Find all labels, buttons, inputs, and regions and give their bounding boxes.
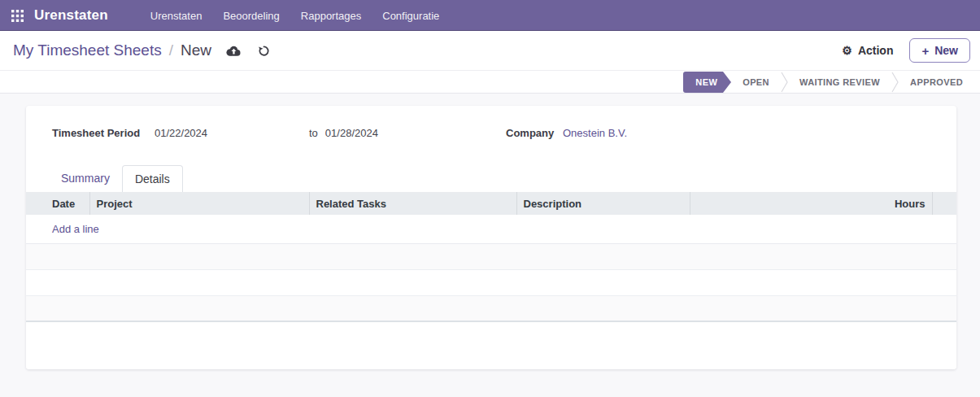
period-to-input[interactable]: 01/28/2024 [325, 127, 378, 139]
save-indicators [225, 45, 270, 57]
empty-row [26, 269, 956, 295]
period-from-input[interactable]: 01/22/2024 [155, 127, 309, 139]
action-label: Action [858, 44, 894, 57]
status-open[interactable]: OPEN [734, 77, 777, 87]
company-label: Company [506, 127, 563, 139]
nav-item-urenstaten[interactable]: Urenstaten [150, 10, 203, 22]
notebook-tabs: Summary Details [26, 165, 956, 192]
control-panel: My Timesheet Sheets / New [0, 31, 980, 71]
apps-grid-icon[interactable] [11, 10, 24, 22]
to-label: to [309, 127, 318, 139]
form-view: Timesheet Period 01/22/2024 to 01/28/202… [0, 94, 980, 369]
nav-item-configuratie[interactable]: Configuratie [382, 10, 439, 22]
add-a-line-link[interactable]: Add a line [52, 223, 99, 235]
status-waiting-review[interactable]: WAITING REVIEW [791, 77, 888, 87]
col-description: Description [516, 192, 690, 215]
col-date: Date [26, 192, 89, 215]
breadcrumb-parent[interactable]: My Timesheet Sheets [13, 41, 162, 59]
col-actions [932, 192, 956, 215]
discard-undo-icon[interactable] [258, 45, 270, 57]
status-new-active[interactable]: NEW [683, 72, 723, 93]
nav-item-rapportages[interactable]: Rapportages [301, 10, 361, 22]
empty-row [26, 295, 956, 321]
new-button-label: New [934, 44, 958, 57]
timesheet-period-field: Timesheet Period 01/22/2024 to 01/28/202… [52, 127, 506, 139]
nav-item-beoordeling[interactable]: Beoordeling [223, 10, 279, 22]
status-approved[interactable]: APPROVED [902, 77, 971, 87]
tab-summary[interactable]: Summary [49, 165, 122, 192]
col-project: Project [89, 192, 309, 215]
sheet-footer [26, 322, 956, 369]
add-line-row: Add a line [26, 215, 956, 243]
top-navbar: Urenstaten Urenstaten Beoordeling Rappor… [0, 0, 980, 31]
col-related-tasks: Related Tasks [309, 192, 516, 215]
col-hours: Hours [690, 192, 932, 215]
new-button[interactable]: + New [909, 38, 970, 63]
company-field: Company Onestein B.V. [506, 127, 627, 139]
timesheet-lines-table: Date Project Related Tasks Description H… [26, 192, 956, 322]
app-name[interactable]: Urenstaten [34, 7, 108, 24]
status-label: NEW [695, 77, 717, 87]
tab-details[interactable]: Details [122, 165, 183, 192]
breadcrumb-current: New [181, 41, 211, 59]
statusbar: NEW OPEN WAITING REVIEW APPROVED [683, 72, 971, 93]
breadcrumb: My Timesheet Sheets / New [13, 41, 270, 59]
period-label: Timesheet Period [52, 127, 155, 139]
chevron-right-icon [891, 72, 899, 93]
gear-icon: ⚙ [842, 45, 852, 56]
empty-row [26, 243, 956, 269]
control-panel-actions: ⚙ Action + New [842, 38, 970, 63]
breadcrumb-separator: / [169, 41, 173, 59]
chevron-right-icon [781, 72, 788, 93]
plus-icon: + [921, 45, 929, 57]
action-button[interactable]: ⚙ Action [842, 44, 893, 57]
company-value-link[interactable]: Onestein B.V. [563, 127, 627, 139]
status-strip: NEW OPEN WAITING REVIEW APPROVED [0, 71, 980, 94]
save-cloud-icon[interactable] [225, 45, 241, 57]
table-header-row: Date Project Related Tasks Description H… [26, 192, 956, 215]
form-sheet: Timesheet Period 01/22/2024 to 01/28/202… [26, 106, 956, 369]
form-fields: Timesheet Period 01/22/2024 to 01/28/202… [26, 106, 956, 165]
